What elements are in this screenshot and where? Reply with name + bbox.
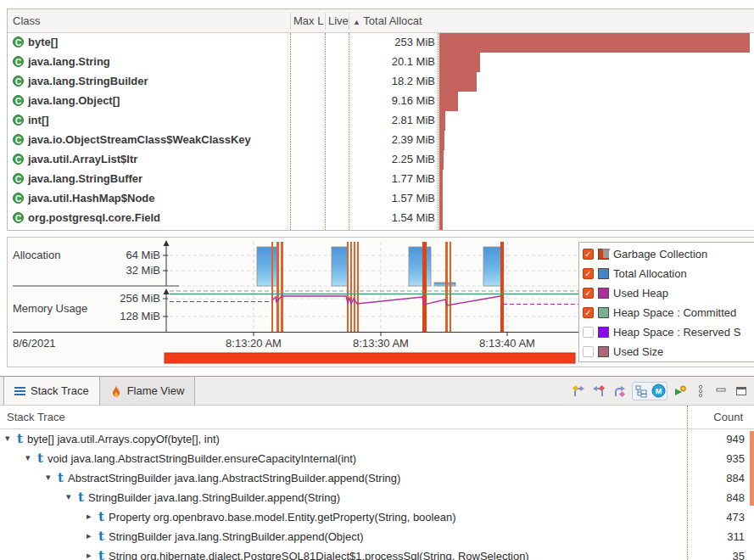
- stack-frame-count: 35: [685, 550, 745, 560]
- nav-arrow-star-icon[interactable]: [612, 384, 627, 399]
- minimize-icon[interactable]: [713, 384, 729, 399]
- view-toolbar: M: [571, 377, 754, 405]
- total-allocated-bar: [439, 72, 477, 92]
- class-row[interactable]: Cjava.lang.Object[]9.16 MiB: [8, 92, 754, 111]
- stack-trace-row[interactable]: ▾tAbstractStringBuilder java.lang.Abstra…: [0, 468, 754, 488]
- class-row-partial[interactable]: [8, 228, 754, 231]
- tab-label: Flame View: [127, 384, 185, 397]
- gc-event-line: [281, 242, 283, 332]
- stack-trace-row[interactable]: ▾tbyte[] java.util.Arrays.copyOf(byte[],…: [0, 429, 754, 449]
- stack-trace-row[interactable]: ▸tProperty org.openbravo.base.model.Enti…: [0, 507, 754, 527]
- maximize-icon[interactable]: [734, 384, 749, 399]
- column-header-stack-trace[interactable]: Stack Trace: [7, 411, 65, 423]
- run-settings-icon[interactable]: [673, 384, 688, 399]
- legend-checkbox[interactable]: ✓: [583, 268, 594, 279]
- class-row[interactable]: Cjava.lang.String20.1 MiB: [8, 53, 754, 72]
- stack-trace-row[interactable]: ▸tStringBuilder java.lang.StringBuilder.…: [0, 527, 754, 546]
- allocation-row-label: Allocation: [13, 249, 60, 261]
- total-allocated-value: 2.25 MiB: [350, 153, 435, 165]
- legend-item[interactable]: ✓Garbage Collection: [583, 244, 754, 264]
- total-allocated-value: 20.1 MiB: [350, 55, 435, 68]
- total-allocated-bar: [439, 150, 444, 170]
- stack-frame-count: 884: [685, 472, 745, 484]
- stack-frame-icon: t: [58, 470, 64, 485]
- nav-arrow-star-icon[interactable]: [571, 384, 586, 399]
- stack-trace-row[interactable]: ▸tString org.hibernate.dialect.PostgreSQ…: [0, 546, 754, 560]
- expand-collapse-icon[interactable]: ▾: [66, 491, 71, 502]
- class-name: java.lang.Object[]: [28, 94, 120, 107]
- gc-event-line: [450, 242, 451, 332]
- total-allocated-bar: [439, 209, 443, 228]
- total-allocated-value: 9.16 MiB: [350, 94, 435, 107]
- column-header-class[interactable]: Class: [13, 14, 41, 27]
- column-header-live[interactable]: Live: [328, 14, 349, 27]
- legend-item[interactable]: Heap Space : Reserved S: [583, 322, 754, 342]
- legend-checkbox[interactable]: [583, 346, 594, 357]
- legend-label: Used Heap: [613, 287, 668, 300]
- view-menu-icon[interactable]: [693, 384, 708, 399]
- class-table-header[interactable]: Class Max L Live ▲ Total Allocat: [8, 9, 754, 33]
- legend-label: Heap Space : Reserved S: [613, 326, 740, 339]
- x-axis-label-1: 8:13:20 AM: [215, 337, 292, 350]
- tab-label: Stack Trace: [31, 384, 89, 397]
- tab-stack-trace[interactable]: Stack Trace: [3, 377, 100, 405]
- legend-checkbox[interactable]: ✓: [583, 307, 594, 318]
- stack-tab-bar: Stack Trace Flame View: [0, 377, 754, 406]
- class-row[interactable]: Cjava.lang.StringBuilder18.2 MiB: [8, 72, 754, 92]
- allocation-bar: [483, 247, 502, 286]
- nav-arrow-star-icon[interactable]: [591, 384, 606, 399]
- legend-label: Total Allocation: [613, 267, 687, 280]
- legend-checkbox[interactable]: ✓: [583, 288, 594, 299]
- expand-icon[interactable]: ▸: [87, 550, 92, 560]
- class-name: java.util.HashMap$Node: [28, 192, 155, 204]
- class-row[interactable]: Cbyte[]253 MiB: [8, 33, 754, 53]
- column-header-max-live[interactable]: Max L: [293, 14, 324, 27]
- legend-checkbox[interactable]: ✓: [583, 249, 594, 260]
- total-allocated-bar: [439, 53, 480, 72]
- column-divider: [290, 33, 291, 230]
- column-header-total-allocated[interactable]: ▲ Total Allocat: [353, 14, 422, 27]
- total-allocated-value: 18.2 MiB: [350, 75, 435, 87]
- gc-event-line: [445, 242, 448, 332]
- expand-icon[interactable]: ▸: [87, 511, 92, 522]
- class-row[interactable]: Cint[]2.81 MiB: [8, 111, 754, 131]
- tab-flame-view[interactable]: Flame View: [100, 377, 196, 405]
- total-allocated-bar: [439, 131, 444, 150]
- stack-trace-row[interactable]: ▾tvoid java.lang.AbstractStringBuilder.e…: [0, 449, 754, 468]
- expand-collapse-icon[interactable]: ▾: [46, 472, 51, 483]
- legend-item[interactable]: ✓Used Heap: [583, 283, 754, 303]
- total-allocated-bar: [439, 170, 443, 189]
- timeline-legend: ✓Garbage Collection✓Total Allocation✓Use…: [578, 242, 754, 362]
- class-row[interactable]: Cjava.lang.StringBuffer1.77 MiB: [8, 170, 754, 189]
- date-label: 8/6/2021: [13, 337, 56, 350]
- class-row[interactable]: Cjava.util.HashMap$Node1.57 MiB: [8, 189, 754, 209]
- column-header-count[interactable]: Count: [713, 411, 743, 423]
- stack-scrollbar-thumb[interactable]: [750, 431, 754, 506]
- stack-frame-count: 949: [685, 433, 745, 445]
- class-row[interactable]: Cjava.util.ArrayList$Itr2.25 MiB: [8, 150, 754, 170]
- mission-control-icon[interactable]: M: [651, 384, 666, 399]
- column-divider[interactable]: [349, 13, 349, 30]
- timeline-chart-panel: Allocation 64 MiB 32 MiB Memory Usage 25…: [7, 237, 754, 367]
- time-range-selector[interactable]: [165, 353, 575, 363]
- expand-collapse-icon[interactable]: ▾: [25, 452, 31, 463]
- class-row[interactable]: Cjava.io.ObjectStreamClass$WeakClassKey2…: [8, 131, 754, 150]
- column-divider[interactable]: [325, 13, 326, 30]
- column-divider[interactable]: [290, 13, 291, 30]
- tree-view-icon[interactable]: [634, 384, 649, 399]
- class-icon: C: [13, 212, 24, 223]
- legend-item[interactable]: ✓Total Allocation: [583, 264, 754, 283]
- x-axis-label-2: 8:13:30 AM: [343, 337, 419, 350]
- list-icon: [14, 387, 25, 395]
- legend-item[interactable]: Used Size: [583, 342, 754, 361]
- expand-icon[interactable]: ▸: [87, 530, 92, 541]
- stack-trace-row[interactable]: ▾tStringBuilder java.lang.StringBuilder.…: [0, 488, 754, 507]
- x-axis-label-3: 8:13:40 AM: [469, 337, 545, 350]
- class-row[interactable]: Corg.postgresql.core.Field1.54 MiB: [8, 209, 754, 228]
- stack-table-header[interactable]: Stack Trace Count: [0, 406, 754, 429]
- expand-collapse-icon[interactable]: ▾: [5, 433, 10, 444]
- legend-color-swatch: [598, 268, 609, 279]
- gc-event-line: [354, 242, 355, 332]
- legend-item[interactable]: ✓Heap Space : Committed: [583, 303, 754, 322]
- legend-checkbox[interactable]: [583, 327, 594, 338]
